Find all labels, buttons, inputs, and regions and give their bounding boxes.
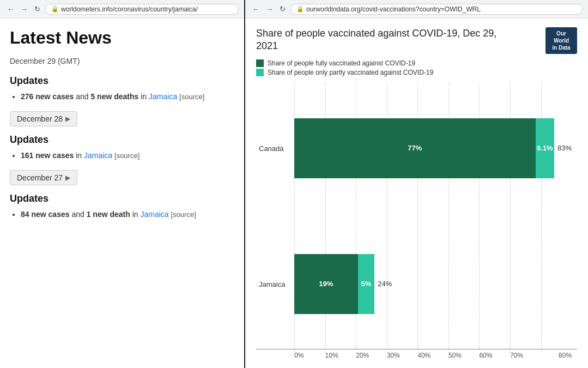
x-axis: 0% 10% 20% 30% 40% 50% 60% 70% 80% xyxy=(256,349,577,359)
forward-button-right[interactable]: → xyxy=(264,5,275,13)
canada-fully-label: 77% xyxy=(408,144,422,152)
bold-cases-dec29: 276 new cases xyxy=(21,92,74,101)
bold-deaths-dec29: 5 new deaths xyxy=(90,92,138,101)
jamaica-link-dec28[interactable]: Jamaica xyxy=(84,151,112,160)
update-list-dec27: 84 new cases and 1 new death in Jamaica … xyxy=(10,209,234,220)
reload-button-right[interactable]: ↻ xyxy=(278,5,287,13)
update-list-dec28: 161 new cases in Jamaica [source] xyxy=(10,150,234,161)
owid-logo: Our World in Data xyxy=(545,27,577,54)
date-badge-dec27-text: December 27 xyxy=(17,173,63,182)
canada-partly-bar: 6.1% xyxy=(536,118,554,178)
source-link-dec27[interactable]: [source] xyxy=(171,210,196,219)
x-tick-10: 10% xyxy=(325,352,356,359)
address-bar-right[interactable]: 🔒 ourworldindata.org/covid-vaccinations?… xyxy=(290,4,583,15)
date-badge-dec27[interactable]: December 27 ▶ xyxy=(10,170,77,185)
chart-title: Share of people vaccinated against COVID… xyxy=(256,27,518,53)
left-panel: ← → ↻ 🔒 worldometers.info/coronavirus/co… xyxy=(0,0,245,368)
jamaica-link-dec27[interactable]: Jamaica xyxy=(140,210,168,219)
right-content: Share of people vaccinated against COVID… xyxy=(245,19,588,368)
lock-icon-left: 🔒 xyxy=(51,5,59,13)
canada-fully-bar: 77% xyxy=(294,118,536,178)
text-in-dec27: in xyxy=(132,210,141,219)
section-title-dec28: Updates xyxy=(10,134,234,146)
x-tick-70: 70% xyxy=(510,352,541,359)
date-badge-dec28-text: December 28 xyxy=(17,114,63,123)
legend-label-partly: Share of people only partly vaccinated a… xyxy=(268,69,433,76)
jamaica-link-dec29[interactable]: Jamaica xyxy=(149,92,177,101)
x-tick-20: 20% xyxy=(356,352,387,359)
list-item: 276 new cases and 5 new deaths in Jamaic… xyxy=(21,91,234,102)
jamaica-label: Jamaica xyxy=(259,280,285,288)
list-item: 161 new cases in Jamaica [source] xyxy=(21,150,234,161)
jamaica-bar-group: Jamaica 19% 5% 24% xyxy=(294,254,572,314)
x-tick-80: 80% xyxy=(541,352,572,359)
back-button-right[interactable]: ← xyxy=(251,5,261,13)
back-button[interactable]: ← xyxy=(5,5,16,13)
text-and-dec27: and xyxy=(71,210,86,219)
browser-bar-left: ← → ↻ 🔒 worldometers.info/coronavirus/co… xyxy=(0,0,244,19)
canada-bar-row: 77% 6.1% 83% xyxy=(294,118,572,178)
section-title-dec27: Updates xyxy=(10,193,234,204)
canada-bar-group: Canada 77% 6.1% 83% xyxy=(294,118,572,178)
address-bar-left[interactable]: 🔒 worldometers.info/coronavirus/country/… xyxy=(45,4,239,15)
text-and: and xyxy=(76,92,90,101)
left-content: Latest News December 29 (GMT) Updates 27… xyxy=(0,19,244,368)
browser-bar-right: ← → ↻ 🔒 ourworldindata.org/covid-vaccina… xyxy=(245,0,588,19)
source-link-dec29[interactable]: [source] xyxy=(179,93,204,101)
forward-button[interactable]: → xyxy=(19,5,29,13)
canada-label: Canada xyxy=(259,144,284,152)
chevron-icon-dec28: ▶ xyxy=(65,115,70,123)
date-header: December 29 (GMT) xyxy=(10,57,234,65)
x-tick-50: 50% xyxy=(448,352,480,359)
canada-partly-label: 6.1% xyxy=(537,144,553,152)
bold-deaths-dec27: 1 new death xyxy=(87,210,130,219)
bold-cases-dec28: 161 new cases xyxy=(21,151,74,160)
chevron-icon-dec27: ▶ xyxy=(65,174,70,182)
text-in-dec28: in xyxy=(76,151,84,160)
url-right: ourworldindata.org/covid-vaccinations?co… xyxy=(306,5,481,13)
x-tick-40: 40% xyxy=(417,352,448,359)
right-panel: ← → ↻ 🔒 ourworldindata.org/covid-vaccina… xyxy=(245,0,588,368)
date-badge-dec28[interactable]: December 28 ▶ xyxy=(10,111,77,126)
page-title: Latest News xyxy=(10,27,234,48)
jamaica-fully-bar: 19% xyxy=(294,254,358,314)
jamaica-fully-label: 19% xyxy=(319,280,333,288)
legend-item-fully: Share of people fully vaccinated against… xyxy=(256,59,577,67)
text-in: in xyxy=(141,92,149,101)
legend-color-fully xyxy=(256,59,264,67)
reload-button[interactable]: ↻ xyxy=(33,5,42,13)
update-list-dec29: 276 new cases and 5 new deaths in Jamaic… xyxy=(10,91,234,102)
jamaica-total-label: 24% xyxy=(378,280,392,288)
canada-total-label: 83% xyxy=(557,144,572,152)
section-title-dec29: Updates xyxy=(10,75,234,87)
legend-label-fully: Share of people fully vaccinated against… xyxy=(268,59,415,67)
chart-area: Canada 77% 6.1% 83% Jamaica xyxy=(256,83,577,359)
jamaica-bar-row: 19% 5% 24% xyxy=(294,254,572,314)
legend-item-partly: Share of people only partly vaccinated a… xyxy=(256,69,577,76)
list-item: 84 new cases and 1 new death in Jamaica … xyxy=(21,209,234,220)
url-left: worldometers.info/coronavirus/country/ja… xyxy=(61,5,198,13)
chart-header: Share of people vaccinated against COVID… xyxy=(256,27,577,54)
x-tick-60: 60% xyxy=(479,352,510,359)
x-tick-30: 30% xyxy=(387,352,418,359)
source-link-dec28[interactable]: [source] xyxy=(114,152,140,160)
legend: Share of people fully vaccinated against… xyxy=(256,59,577,76)
legend-color-partly xyxy=(256,69,264,76)
jamaica-partly-bar: 5% xyxy=(358,254,375,314)
x-tick-0: 0% xyxy=(294,352,325,359)
lock-icon-right: 🔒 xyxy=(296,5,304,13)
bold-cases-dec27: 84 new cases xyxy=(21,210,70,219)
jamaica-partly-label: 5% xyxy=(361,280,371,288)
